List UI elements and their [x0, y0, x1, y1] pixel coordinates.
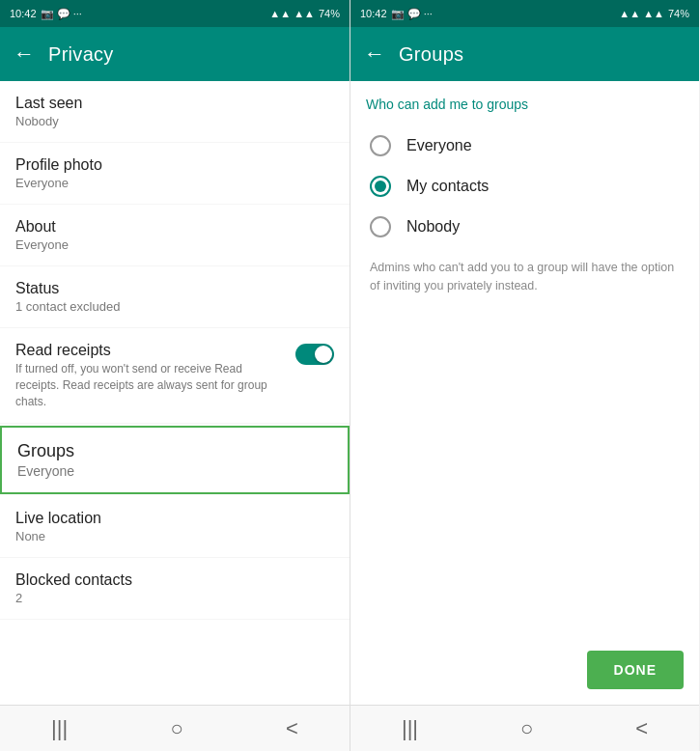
time-right: 10:42 [360, 8, 387, 19]
radio-label-everyone: Everyone [406, 137, 472, 154]
privacy-content: Last seen Nobody Profile photo Everyone … [0, 81, 350, 705]
profile-photo-value: Everyone [15, 176, 334, 190]
radio-nobody[interactable]: Nobody [366, 207, 684, 247]
privacy-item-status[interactable]: Status 1 contact excluded [0, 266, 350, 328]
privacy-item-blocked-contacts[interactable]: Blocked contacts 2 [0, 558, 350, 620]
blocked-contacts-value: 2 [15, 591, 334, 605]
privacy-item-profile-photo[interactable]: Profile photo Everyone [0, 143, 350, 205]
radio-everyone[interactable]: Everyone [366, 125, 684, 166]
privacy-item-live-location[interactable]: Live location None [0, 496, 350, 558]
done-button[interactable]: DONE [587, 651, 684, 689]
groups-title: Groups [399, 43, 463, 66]
privacy-title: Privacy [48, 43, 114, 66]
read-receipts-toggle[interactable] [295, 344, 334, 365]
groups-note: Admins who can't add you to a group will… [366, 247, 684, 303]
battery-left: 74% [319, 8, 340, 19]
time-left: 10:42 [10, 8, 37, 19]
radio-my-contacts[interactable]: My contacts [366, 166, 684, 207]
nav-back-right[interactable]: < [635, 716, 648, 741]
done-row: DONE [350, 635, 699, 705]
radio-circle-my-contacts [370, 176, 391, 197]
back-button-left[interactable]: ← [14, 43, 35, 65]
radio-circle-nobody [370, 216, 391, 237]
left-panel: 10:42 📷 💬 ··· ▲▲ ▲▲ 74% ← Privacy Last s… [0, 0, 350, 751]
status-bar-right: 10:42 📷 💬 ··· ▲▲ ▲▲ 74% [350, 0, 699, 27]
nav-home-left[interactable]: ○ [170, 716, 182, 741]
status-label: Status [15, 280, 334, 297]
signal-right: ▲▲ ▲▲ [619, 8, 664, 19]
nav-back-left[interactable]: < [286, 716, 298, 741]
right-panel: 10:42 📷 💬 ··· ▲▲ ▲▲ 74% ← Groups Who can… [350, 0, 699, 751]
radio-circle-everyone [370, 135, 391, 156]
radio-label-my-contacts: My contacts [406, 178, 489, 195]
nav-bar-right: ||| ○ < [350, 705, 699, 751]
nav-recents-left[interactable]: ||| [51, 716, 68, 741]
battery-right: 74% [668, 8, 689, 19]
last-seen-label: Last seen [15, 95, 334, 112]
last-seen-value: Nobody [15, 114, 334, 128]
notif-icons-left: 📷 💬 ··· [41, 8, 82, 20]
app-bar-left: ← Privacy [0, 27, 350, 81]
groups-content: Who can add me to groups Everyone My con… [350, 81, 699, 705]
live-location-value: None [15, 529, 334, 543]
blocked-contacts-label: Blocked contacts [15, 571, 334, 589]
nav-bar-left: ||| ○ < [0, 705, 350, 751]
nav-home-right[interactable]: ○ [520, 716, 533, 741]
privacy-item-about[interactable]: About Everyone [0, 205, 350, 266]
groups-section: Who can add me to groups Everyone My con… [350, 81, 699, 311]
notif-icons-right: 📷 💬 ··· [391, 8, 433, 20]
read-receipts-desc: If turned off, you won't send or receive… [15, 361, 284, 409]
back-button-right[interactable]: ← [364, 43, 385, 65]
signal-left: ▲▲ ▲▲ [269, 8, 315, 19]
privacy-item-read-receipts[interactable]: Read receipts If turned off, you won't s… [0, 328, 350, 424]
about-value: Everyone [15, 237, 334, 252]
app-bar-right: ← Groups [350, 27, 699, 81]
nav-recents-right[interactable]: ||| [402, 716, 418, 741]
live-location-label: Live location [15, 510, 334, 527]
groups-value: Everyone [17, 463, 332, 479]
radio-label-nobody: Nobody [406, 218, 460, 236]
status-value: 1 contact excluded [15, 299, 334, 314]
profile-photo-label: Profile photo [15, 156, 334, 174]
status-bar-left: 10:42 📷 💬 ··· ▲▲ ▲▲ 74% [0, 0, 350, 27]
groups-question: Who can add me to groups [366, 97, 684, 112]
read-receipts-label: Read receipts [15, 342, 284, 359]
about-label: About [15, 218, 334, 236]
privacy-item-groups[interactable]: Groups Everyone [0, 426, 350, 494]
privacy-item-last-seen[interactable]: Last seen Nobody [0, 81, 350, 143]
groups-label: Groups [17, 441, 332, 461]
